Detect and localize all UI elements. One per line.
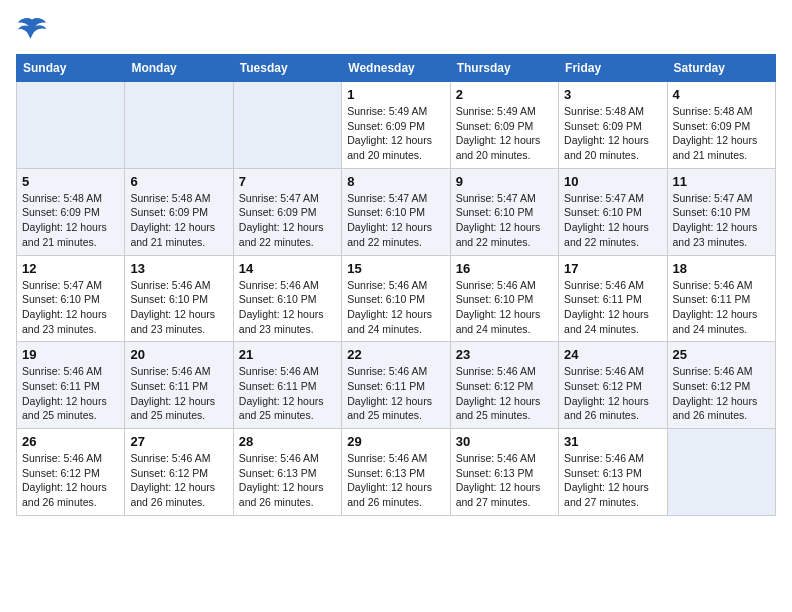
calendar-cell: 28Sunrise: 5:46 AM Sunset: 6:13 PM Dayli… <box>233 429 341 516</box>
calendar-cell: 5Sunrise: 5:48 AM Sunset: 6:09 PM Daylig… <box>17 168 125 255</box>
day-info: Sunrise: 5:46 AM Sunset: 6:11 PM Dayligh… <box>673 278 770 337</box>
calendar-cell: 17Sunrise: 5:46 AM Sunset: 6:11 PM Dayli… <box>559 255 667 342</box>
day-info: Sunrise: 5:46 AM Sunset: 6:12 PM Dayligh… <box>130 451 227 510</box>
calendar-cell: 7Sunrise: 5:47 AM Sunset: 6:09 PM Daylig… <box>233 168 341 255</box>
calendar-cell <box>125 82 233 169</box>
calendar-cell: 16Sunrise: 5:46 AM Sunset: 6:10 PM Dayli… <box>450 255 558 342</box>
calendar-cell <box>667 429 775 516</box>
calendar-cell: 25Sunrise: 5:46 AM Sunset: 6:12 PM Dayli… <box>667 342 775 429</box>
day-number: 14 <box>239 261 336 276</box>
calendar-week-row: 12Sunrise: 5:47 AM Sunset: 6:10 PM Dayli… <box>17 255 776 342</box>
day-info: Sunrise: 5:46 AM Sunset: 6:12 PM Dayligh… <box>456 364 553 423</box>
day-number: 10 <box>564 174 661 189</box>
calendar-cell: 15Sunrise: 5:46 AM Sunset: 6:10 PM Dayli… <box>342 255 450 342</box>
weekday-header: Monday <box>125 55 233 82</box>
day-number: 29 <box>347 434 444 449</box>
logo-icon <box>16 16 48 44</box>
day-info: Sunrise: 5:46 AM Sunset: 6:11 PM Dayligh… <box>22 364 119 423</box>
day-info: Sunrise: 5:49 AM Sunset: 6:09 PM Dayligh… <box>456 104 553 163</box>
calendar-cell <box>233 82 341 169</box>
page-header <box>16 16 776 44</box>
day-info: Sunrise: 5:46 AM Sunset: 6:10 PM Dayligh… <box>130 278 227 337</box>
day-number: 31 <box>564 434 661 449</box>
calendar-cell: 1Sunrise: 5:49 AM Sunset: 6:09 PM Daylig… <box>342 82 450 169</box>
calendar-cell: 21Sunrise: 5:46 AM Sunset: 6:11 PM Dayli… <box>233 342 341 429</box>
day-info: Sunrise: 5:46 AM Sunset: 6:10 PM Dayligh… <box>456 278 553 337</box>
day-info: Sunrise: 5:48 AM Sunset: 6:09 PM Dayligh… <box>130 191 227 250</box>
weekday-header: Wednesday <box>342 55 450 82</box>
weekday-header: Sunday <box>17 55 125 82</box>
calendar-cell: 11Sunrise: 5:47 AM Sunset: 6:10 PM Dayli… <box>667 168 775 255</box>
day-info: Sunrise: 5:46 AM Sunset: 6:11 PM Dayligh… <box>564 278 661 337</box>
day-number: 22 <box>347 347 444 362</box>
day-info: Sunrise: 5:46 AM Sunset: 6:13 PM Dayligh… <box>347 451 444 510</box>
day-number: 11 <box>673 174 770 189</box>
calendar-cell: 14Sunrise: 5:46 AM Sunset: 6:10 PM Dayli… <box>233 255 341 342</box>
calendar-cell: 3Sunrise: 5:48 AM Sunset: 6:09 PM Daylig… <box>559 82 667 169</box>
calendar-week-row: 1Sunrise: 5:49 AM Sunset: 6:09 PM Daylig… <box>17 82 776 169</box>
calendar-cell: 13Sunrise: 5:46 AM Sunset: 6:10 PM Dayli… <box>125 255 233 342</box>
calendar-cell: 10Sunrise: 5:47 AM Sunset: 6:10 PM Dayli… <box>559 168 667 255</box>
day-info: Sunrise: 5:46 AM Sunset: 6:13 PM Dayligh… <box>239 451 336 510</box>
day-number: 1 <box>347 87 444 102</box>
calendar-week-row: 19Sunrise: 5:46 AM Sunset: 6:11 PM Dayli… <box>17 342 776 429</box>
day-number: 17 <box>564 261 661 276</box>
day-number: 20 <box>130 347 227 362</box>
day-number: 30 <box>456 434 553 449</box>
day-info: Sunrise: 5:46 AM Sunset: 6:13 PM Dayligh… <box>564 451 661 510</box>
day-number: 13 <box>130 261 227 276</box>
calendar-cell: 2Sunrise: 5:49 AM Sunset: 6:09 PM Daylig… <box>450 82 558 169</box>
day-number: 3 <box>564 87 661 102</box>
calendar-cell: 6Sunrise: 5:48 AM Sunset: 6:09 PM Daylig… <box>125 168 233 255</box>
day-info: Sunrise: 5:46 AM Sunset: 6:11 PM Dayligh… <box>347 364 444 423</box>
day-number: 4 <box>673 87 770 102</box>
calendar-cell: 9Sunrise: 5:47 AM Sunset: 6:10 PM Daylig… <box>450 168 558 255</box>
day-info: Sunrise: 5:47 AM Sunset: 6:10 PM Dayligh… <box>22 278 119 337</box>
day-info: Sunrise: 5:49 AM Sunset: 6:09 PM Dayligh… <box>347 104 444 163</box>
day-info: Sunrise: 5:46 AM Sunset: 6:13 PM Dayligh… <box>456 451 553 510</box>
calendar-cell: 19Sunrise: 5:46 AM Sunset: 6:11 PM Dayli… <box>17 342 125 429</box>
day-number: 15 <box>347 261 444 276</box>
calendar-week-row: 5Sunrise: 5:48 AM Sunset: 6:09 PM Daylig… <box>17 168 776 255</box>
day-info: Sunrise: 5:46 AM Sunset: 6:10 PM Dayligh… <box>239 278 336 337</box>
day-info: Sunrise: 5:47 AM Sunset: 6:10 PM Dayligh… <box>673 191 770 250</box>
day-number: 8 <box>347 174 444 189</box>
day-number: 7 <box>239 174 336 189</box>
calendar-cell: 30Sunrise: 5:46 AM Sunset: 6:13 PM Dayli… <box>450 429 558 516</box>
weekday-header: Tuesday <box>233 55 341 82</box>
day-info: Sunrise: 5:47 AM Sunset: 6:10 PM Dayligh… <box>347 191 444 250</box>
day-number: 12 <box>22 261 119 276</box>
day-info: Sunrise: 5:48 AM Sunset: 6:09 PM Dayligh… <box>673 104 770 163</box>
calendar-cell: 23Sunrise: 5:46 AM Sunset: 6:12 PM Dayli… <box>450 342 558 429</box>
calendar-header-row: SundayMondayTuesdayWednesdayThursdayFrid… <box>17 55 776 82</box>
weekday-header: Saturday <box>667 55 775 82</box>
day-number: 24 <box>564 347 661 362</box>
day-info: Sunrise: 5:48 AM Sunset: 6:09 PM Dayligh… <box>22 191 119 250</box>
day-info: Sunrise: 5:47 AM Sunset: 6:09 PM Dayligh… <box>239 191 336 250</box>
day-info: Sunrise: 5:46 AM Sunset: 6:10 PM Dayligh… <box>347 278 444 337</box>
day-info: Sunrise: 5:46 AM Sunset: 6:12 PM Dayligh… <box>673 364 770 423</box>
day-number: 5 <box>22 174 119 189</box>
day-number: 18 <box>673 261 770 276</box>
day-number: 6 <box>130 174 227 189</box>
calendar-cell: 31Sunrise: 5:46 AM Sunset: 6:13 PM Dayli… <box>559 429 667 516</box>
day-number: 16 <box>456 261 553 276</box>
day-info: Sunrise: 5:47 AM Sunset: 6:10 PM Dayligh… <box>456 191 553 250</box>
day-number: 27 <box>130 434 227 449</box>
calendar-table: SundayMondayTuesdayWednesdayThursdayFrid… <box>16 54 776 516</box>
day-info: Sunrise: 5:46 AM Sunset: 6:12 PM Dayligh… <box>564 364 661 423</box>
day-number: 2 <box>456 87 553 102</box>
day-number: 21 <box>239 347 336 362</box>
day-number: 23 <box>456 347 553 362</box>
calendar-week-row: 26Sunrise: 5:46 AM Sunset: 6:12 PM Dayli… <box>17 429 776 516</box>
calendar-cell: 18Sunrise: 5:46 AM Sunset: 6:11 PM Dayli… <box>667 255 775 342</box>
calendar-cell: 8Sunrise: 5:47 AM Sunset: 6:10 PM Daylig… <box>342 168 450 255</box>
weekday-header: Friday <box>559 55 667 82</box>
logo <box>16 16 52 44</box>
calendar-cell: 12Sunrise: 5:47 AM Sunset: 6:10 PM Dayli… <box>17 255 125 342</box>
day-info: Sunrise: 5:46 AM Sunset: 6:11 PM Dayligh… <box>130 364 227 423</box>
day-info: Sunrise: 5:46 AM Sunset: 6:12 PM Dayligh… <box>22 451 119 510</box>
day-info: Sunrise: 5:46 AM Sunset: 6:11 PM Dayligh… <box>239 364 336 423</box>
day-number: 19 <box>22 347 119 362</box>
calendar-cell: 24Sunrise: 5:46 AM Sunset: 6:12 PM Dayli… <box>559 342 667 429</box>
